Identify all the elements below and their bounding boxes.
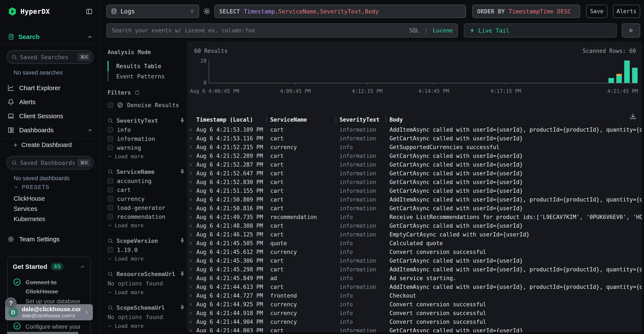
row-expand-caret-icon[interactable] (189, 189, 193, 193)
row-expand-caret-icon[interactable] (189, 171, 193, 176)
sidebar-item-team-settings[interactable]: Team Settings (7, 236, 60, 243)
row-expand-caret-icon[interactable] (189, 162, 193, 167)
table-row[interactable]: Aug 6 4:21:46.125 PMcartinformationEmpty… (187, 230, 642, 239)
row-expand-caret-icon[interactable] (189, 215, 193, 219)
column-header-severitytext[interactable]: SeverityText (340, 116, 390, 123)
table-row[interactable]: Aug 6 4:21:52.287 PMcartinformationGetCa… (187, 160, 642, 169)
user-menu-popup[interactable]: D dale@clickhouse.com dale@clickhouse.co… (5, 304, 93, 320)
row-expand-caret-icon[interactable] (189, 198, 193, 202)
checkbox[interactable] (108, 214, 113, 220)
row-expand-caret-icon[interactable] (189, 250, 193, 254)
row-expand-caret-icon[interactable] (189, 145, 193, 149)
row-expand-caret-icon[interactable] (189, 206, 193, 210)
filter-option-1.19.0[interactable]: 1.19.0 (108, 246, 185, 254)
checkbox[interactable] (108, 187, 113, 192)
load-more-button[interactable]: Load more (108, 152, 185, 160)
search-icon[interactable] (108, 118, 113, 123)
filter-option-currency[interactable]: currency (108, 194, 185, 203)
filter-option-accounting[interactable]: accounting (108, 176, 185, 185)
column-header-body[interactable]: Body (390, 116, 642, 123)
table-row[interactable]: Aug 6 4:21:44.613 PMcartinformationAddIt… (187, 282, 642, 291)
table-row[interactable]: Aug 6 4:21:53.116 PMcartinformationGetCa… (187, 134, 642, 143)
search-icon[interactable] (108, 238, 113, 244)
checkbox[interactable] (108, 145, 113, 150)
table-row[interactable]: Aug 6 4:21:48.308 PMcartinformationGetCa… (187, 221, 642, 230)
row-expand-caret-icon[interactable] (189, 302, 193, 306)
order-by-input[interactable]: ORDER BY TimestampTime DESC (472, 5, 580, 18)
table-row[interactable]: Aug 6 4:21:45.505 PMquoteinfoCalculated … (187, 239, 642, 248)
search-icon[interactable] (108, 305, 113, 310)
table-row[interactable]: Aug 6 4:21:53.109 PMcartinformationAddIt… (187, 125, 642, 134)
preset-clickhouse[interactable]: ClickHouse (14, 194, 94, 204)
search-icon[interactable] (108, 271, 113, 277)
checkbox[interactable] (108, 205, 113, 210)
pin-icon[interactable] (179, 169, 185, 175)
checkbox[interactable] (108, 102, 113, 108)
row-expand-caret-icon[interactable] (189, 232, 193, 237)
table-row[interactable]: Aug 6 4:21:44.918 PMcurrencyinfoConvert … (187, 309, 642, 318)
create-dashboard-button[interactable]: Create Dashboard (13, 142, 72, 148)
filter-option-recommendation[interactable]: recommendation (108, 212, 185, 221)
row-expand-caret-icon[interactable] (189, 285, 193, 289)
row-expand-caret-icon[interactable] (189, 224, 193, 228)
table-row[interactable]: Aug 6 4:21:44.904 PMcurrencyinfoConvert … (187, 318, 642, 326)
analysis-mode-results-table[interactable]: Results Table (108, 61, 185, 71)
pin-icon[interactable] (179, 271, 185, 277)
search-icon[interactable] (108, 169, 113, 174)
refresh-filters-icon[interactable] (134, 90, 140, 96)
get-started-header[interactable]: Get Started 3/3 (13, 263, 85, 270)
scrollbar-thumb[interactable] (7, 332, 78, 334)
source-settings-gear-icon[interactable] (203, 8, 210, 15)
language-toggle-sql[interactable]: SQL (409, 27, 419, 34)
analysis-mode-event-patterns[interactable]: Event Patterns (108, 71, 185, 81)
filter-option-warning[interactable]: warning (108, 143, 185, 152)
sidebar-item-client-sessions[interactable]: Client Sessions (0, 109, 100, 123)
load-more-button[interactable]: Load more (108, 221, 185, 230)
run-query-button[interactable] (622, 24, 640, 38)
table-row[interactable]: Aug 6 4:21:52.209 PMcartinformationGetCa… (187, 152, 642, 160)
table-row[interactable]: Aug 6 4:21:44.803 PMcartinformationGetCa… (187, 326, 642, 332)
sidebar-item-chart-explorer[interactable]: Chart Explorer (0, 81, 100, 95)
table-row[interactable]: Aug 6 4:21:52.830 PMcartinformationGetCa… (187, 178, 642, 186)
row-expand-caret-icon[interactable] (189, 180, 193, 184)
table-row[interactable]: Aug 6 4:21:45.306 PMcartinformationGetCa… (187, 256, 642, 265)
table-row[interactable]: Aug 6 4:21:52.215 PMcurrencyinfoGetSuppo… (187, 143, 642, 152)
alerts-button[interactable]: Alerts (613, 5, 640, 18)
filter-option-cart[interactable]: cart (108, 185, 185, 194)
preset-kubernetes[interactable]: Kubernetes (14, 214, 94, 224)
chevron-up-icon[interactable] (87, 128, 93, 133)
table-row[interactable]: Aug 6 4:21:45.612 PMcurrencyinfoConvert … (187, 248, 642, 256)
table-row[interactable]: Aug 6 4:21:52.647 PMcartinformationGetCa… (187, 169, 642, 178)
row-expand-caret-icon[interactable] (189, 128, 193, 132)
pin-icon[interactable] (179, 304, 185, 310)
source-select[interactable]: Logs (106, 5, 199, 18)
table-row[interactable]: Aug 6 4:21:44.925 PMcurrencyinfoConvert … (187, 300, 642, 309)
table-row[interactable]: Aug 6 4:21:45.298 PMcartinformationAddIt… (187, 265, 642, 274)
load-more-button[interactable]: Load more (108, 322, 185, 330)
table-row[interactable]: Aug 6 4:21:50.816 PMcartinformationGetCa… (187, 204, 642, 212)
sidebar-collapse-icon[interactable] (86, 8, 93, 15)
row-expand-caret-icon[interactable] (189, 241, 193, 246)
table-row[interactable]: Aug 6 4:21:51.155 PMcartinformationGetCa… (187, 186, 642, 195)
table-row[interactable]: Aug 6 4:21:44.727 PMfrontendinfoCheckout (187, 291, 642, 300)
row-expand-caret-icon[interactable] (189, 311, 193, 315)
sidebar-section-search[interactable]: Search (8, 33, 93, 40)
pin-icon[interactable] (179, 238, 185, 244)
saved-dashboards-input[interactable]: Saved Dashboards ⌘K (6, 156, 94, 170)
load-more-button[interactable]: Load more (108, 254, 185, 263)
filter-option-information[interactable]: information (108, 134, 185, 143)
filter-option-info[interactable]: info (108, 125, 185, 134)
help-button[interactable]: ? (5, 297, 16, 309)
checkbox[interactable] (108, 178, 113, 184)
chevron-up-icon[interactable] (80, 264, 85, 270)
language-toggle-lucene[interactable]: Lucene (433, 27, 453, 34)
row-expand-caret-icon[interactable] (189, 258, 193, 263)
pin-icon[interactable] (179, 118, 185, 124)
checkbox[interactable] (108, 196, 113, 202)
load-more-button[interactable]: Load more (108, 288, 185, 296)
presets-toggle[interactable]: PRESETS (14, 184, 50, 190)
denoise-results-checkbox[interactable]: Denoise Results (108, 100, 185, 110)
event-search-input[interactable]: Search your events w/ Lucene ex. column:… (106, 24, 458, 38)
row-expand-caret-icon[interactable] (189, 154, 193, 158)
checkbox[interactable] (108, 136, 113, 142)
